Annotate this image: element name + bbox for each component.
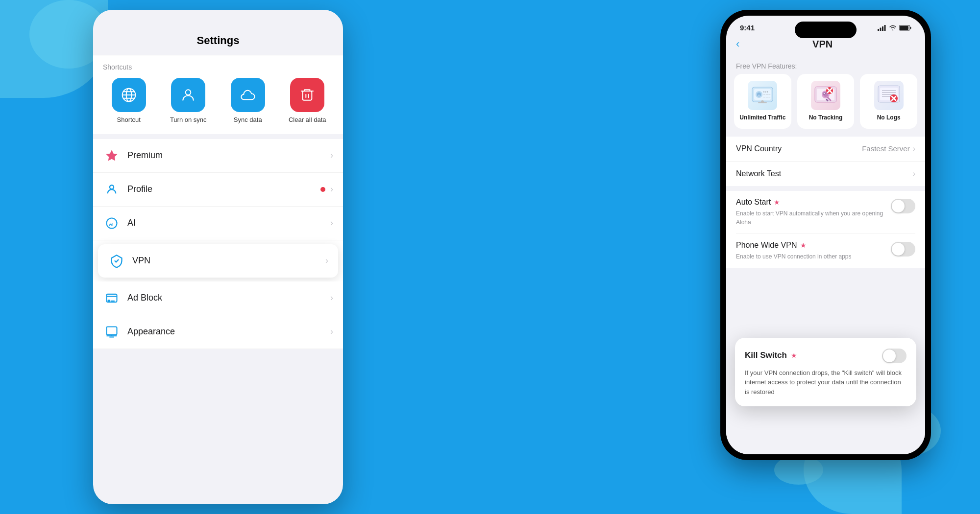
menu-title-premium: Premium: [127, 150, 330, 161]
person-circle-icon: [105, 183, 119, 196]
shortcut-item-shortcut[interactable]: Shortcut: [103, 78, 155, 124]
svg-rect-22: [880, 27, 882, 31]
network-test-chevron: ›: [913, 169, 915, 178]
feature-card-label-no-tracking: No Tracking: [809, 114, 843, 122]
phone-wide-vpn-toggle[interactable]: [891, 242, 915, 257]
menu-icon-vpn: [108, 252, 125, 270]
unlimited-traffic-illustration: ∞ 0 0 0 — — — — — —: [750, 84, 775, 107]
phone-screen: 9:41: [726, 16, 925, 454]
adblock-icon: [105, 291, 119, 305]
menu-title-profile: Profile: [127, 184, 320, 194]
wifi-icon: [889, 25, 897, 31]
globe-icon: [121, 87, 137, 103]
vpn-list-section: VPN Country Fastest Server › Network Tes…: [726, 137, 925, 186]
ks-title-left: Kill Switch ★: [745, 350, 797, 360]
svg-rect-23: [882, 26, 883, 31]
trash-icon: [299, 87, 315, 103]
shortcut-item-sync[interactable]: Turn on sync: [163, 78, 215, 124]
menu-chevron-profile: ›: [330, 184, 333, 194]
svg-text:AI: AI: [109, 222, 113, 227]
shortcut-item-cleardata[interactable]: Clear all data: [282, 78, 334, 124]
vpn-country-item[interactable]: VPN Country Fastest Server ›: [726, 137, 925, 162]
svg-marker-9: [106, 150, 117, 161]
features-label: Free VPN Features:: [726, 56, 925, 74]
svg-rect-17: [107, 327, 117, 334]
shortcut-icon-globe: [112, 78, 146, 112]
right-phone: 9:41: [720, 10, 931, 460]
menu-title-ai: AI: [127, 218, 330, 228]
menu-title-vpn: VPN: [132, 256, 325, 266]
auto-start-toggle[interactable]: [891, 199, 915, 213]
network-test-label: Network Test: [736, 169, 913, 178]
phone-wide-title-row: Phone Wide VPN ★: [736, 241, 885, 250]
features-cards: ∞ 0 0 0 — — — — — — Unlimited Traffic: [726, 74, 925, 137]
auto-start-star: ★: [774, 198, 780, 206]
menu-title-appearance: Appearance: [127, 327, 330, 337]
unlimited-traffic-image: ∞ 0 0 0 — — — — — —: [748, 81, 777, 110]
status-icons: [878, 25, 911, 31]
left-settings-panel: Settings Shortcuts Shortcut: [93, 10, 343, 504]
menu-item-premium[interactable]: Premium ›: [93, 139, 343, 173]
settings-title: Settings: [93, 10, 343, 55]
svg-point-5: [186, 90, 191, 95]
network-test-item[interactable]: Network Test ›: [726, 162, 925, 186]
svg-rect-26: [900, 26, 908, 30]
back-button[interactable]: ‹: [736, 38, 739, 50]
shortcuts-row: Shortcut Turn on sync: [103, 78, 333, 124]
no-logs-illustration: [876, 84, 902, 107]
auto-start-title-row: Auto Start ★: [736, 198, 885, 207]
shortcut-icon-person: [171, 78, 205, 112]
vpn-nav: ‹ VPN: [726, 36, 925, 56]
menu-title-adblock: Ad Block: [127, 293, 330, 303]
star-icon: [105, 149, 119, 163]
kill-switch-title: Kill Switch: [745, 350, 787, 360]
auto-start-info: Auto Start ★ Enable to start VPN automat…: [736, 198, 885, 227]
menu-item-adblock[interactable]: Ad Block ›: [93, 281, 343, 315]
auto-start-row: Auto Start ★ Enable to start VPN automat…: [736, 191, 915, 234]
no-tracking-illustration: [813, 84, 838, 107]
phone-wide-desc: Enable to use VPN connection in other ap…: [736, 253, 852, 260]
auto-start-title: Auto Start: [736, 198, 771, 207]
dynamic-island: [795, 22, 857, 38]
svg-rect-21: [878, 29, 879, 31]
feature-card-no-tracking[interactable]: No Tracking: [797, 74, 855, 129]
auto-start-desc: Enable to start VPN automatically when y…: [736, 210, 883, 226]
shortcut-icon-cloud: [231, 78, 265, 112]
no-tracking-image: [811, 81, 840, 110]
svg-point-43: [824, 93, 825, 94]
shortcut-label-syncdata: Sync data: [234, 116, 262, 124]
battery-icon: [899, 25, 911, 31]
no-logs-image: [874, 81, 904, 110]
feature-card-label-no-logs: No Logs: [877, 114, 901, 122]
toggle-section: Auto Start ★ Enable to start VPN automat…: [726, 191, 925, 268]
menu-chevron-adblock: ›: [330, 293, 333, 303]
kill-switch-desc: If your VPN connection drops, the "Kill …: [745, 369, 902, 396]
kill-switch-toggle[interactable]: [882, 349, 906, 363]
vpn-country-value: Fastest Server: [862, 144, 910, 153]
feature-card-no-logs[interactable]: No Logs: [860, 74, 917, 129]
menu-icon-adblock: [103, 289, 121, 307]
menu-icon-ai: AI: [103, 214, 121, 232]
ks-title-row: Kill Switch ★: [745, 348, 906, 363]
shortcut-label-cleardata: Clear all data: [289, 116, 326, 124]
svg-text:∞: ∞: [758, 93, 760, 96]
feature-card-unlimited-traffic[interactable]: ∞ 0 0 0 — — — — — — Unlimited Traffic: [734, 74, 791, 129]
svg-point-15: [108, 300, 110, 302]
vpn-nav-title: VPN: [744, 39, 901, 50]
phone-wide-vpn-info: Phone Wide VPN ★ Enable to use VPN conne…: [736, 241, 885, 261]
profile-badge: [320, 187, 325, 192]
shortcut-label-shortcut: Shortcut: [117, 116, 141, 124]
menu-item-ai[interactable]: AI AI ›: [93, 207, 343, 240]
menu-item-vpn[interactable]: VPN ›: [98, 244, 338, 278]
shortcut-label-sync: Turn on sync: [170, 116, 207, 124]
menu-item-profile[interactable]: Profile ›: [93, 173, 343, 207]
shield-icon: [110, 254, 123, 268]
vpn-country-label: VPN Country: [736, 144, 862, 153]
menu-item-appearance[interactable]: Appearance ›: [93, 315, 343, 349]
signal-icon: [878, 25, 886, 31]
svg-rect-24: [884, 25, 886, 31]
svg-point-10: [110, 185, 114, 189]
svg-rect-37: [758, 102, 767, 103]
shortcut-item-syncdata[interactable]: Sync data: [222, 78, 274, 124]
svg-rect-6: [303, 91, 312, 100]
